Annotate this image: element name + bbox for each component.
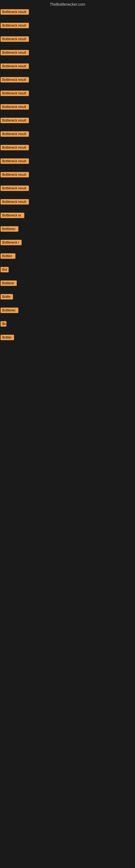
bottleneck-badge[interactable]: Bottlenec (1, 308, 18, 313)
item-spacer (0, 180, 135, 184)
item-spacer (0, 275, 135, 279)
bottleneck-badge[interactable]: Bottlenec (1, 226, 18, 231)
bottleneck-badge[interactable]: Bottleneck result (1, 199, 29, 205)
list-item: Bottlenec (0, 225, 135, 234)
item-spacer (0, 261, 135, 266)
item-spacer (0, 152, 135, 157)
list-item: Bottleneck result (0, 62, 135, 71)
list-item: Bottleneck result (0, 76, 135, 85)
item-spacer (0, 58, 135, 62)
bottleneck-badge[interactable]: Bottleneck result (1, 118, 29, 123)
bottleneck-badge[interactable]: Bottleneck result (1, 91, 29, 96)
bottleneck-badge[interactable]: Bottleneck result (1, 50, 29, 55)
bottleneck-badge[interactable]: Bottlen (1, 253, 15, 259)
site-header: TheBottlenecker.com (0, 0, 135, 8)
list-item: Bottleneck re (0, 212, 135, 220)
item-spacer (0, 234, 135, 239)
item-spacer (0, 247, 135, 252)
list-item: Bottleneck result (0, 90, 135, 98)
item-spacer (0, 30, 135, 35)
bottleneck-badge[interactable]: Bottleneck re (1, 213, 24, 218)
bottleneck-badge[interactable]: Bottleneck result (1, 158, 29, 164)
list-item: Bottlenec (0, 307, 135, 315)
item-spacer (0, 207, 135, 212)
item-spacer (0, 220, 135, 225)
bottleneck-badge[interactable]: Bottleneck result (1, 145, 29, 150)
bottleneck-badge[interactable]: Bottleneck result (1, 131, 29, 137)
list-item: Bottleneck r (0, 239, 135, 247)
item-spacer (0, 342, 135, 347)
bottleneck-badge[interactable]: Bottleneck result (1, 172, 29, 177)
list-item: Bottleneck result (0, 198, 135, 207)
bottleneck-badge[interactable]: Bottlene (1, 280, 17, 286)
bottleneck-badge[interactable]: Bottleneck result (1, 36, 29, 42)
bottleneck-badge[interactable]: Bottleneck result (1, 23, 29, 28)
list-item: Bottleneck result (0, 157, 135, 166)
list-item: Bottleneck result (0, 22, 135, 30)
list-item: Bot (0, 266, 135, 275)
item-spacer (0, 85, 135, 90)
bottleneck-badge[interactable]: Bo (1, 321, 6, 327)
bottleneck-badge[interactable]: Bottleneck result (1, 77, 29, 83)
list-item: Bottleneck result (0, 144, 135, 152)
list-item: Bottleneck result (0, 103, 135, 112)
list-item: Bottleneck result (0, 8, 135, 17)
item-spacer (0, 98, 135, 103)
list-item: Bottlen (0, 252, 135, 261)
list-item: Bottleneck result (0, 49, 135, 58)
list-item: Bo (0, 320, 135, 329)
item-spacer (0, 44, 135, 49)
list-item: Bottlene (0, 279, 135, 288)
item-spacer (0, 288, 135, 293)
bottleneck-badge[interactable]: Bottleneck r (1, 240, 21, 245)
list-item: Bottleneck result (0, 35, 135, 44)
bottleneck-badge[interactable]: Bottleneck result (1, 9, 29, 14)
bottleneck-badge[interactable]: Bot (1, 267, 9, 272)
item-spacer (0, 329, 135, 334)
bottleneck-badge[interactable]: Bottle (1, 294, 13, 300)
bottleneck-badge[interactable]: Bottleneck result (1, 63, 29, 69)
list-item: Bottleneck result (0, 130, 135, 139)
item-spacer (0, 125, 135, 130)
item-spacer (0, 302, 135, 307)
bottleneck-badge[interactable]: Bottleneck result (1, 186, 29, 191)
item-spacer (0, 166, 135, 171)
list-item: Bottle (0, 293, 135, 302)
list-item: Bottleneck result (0, 171, 135, 180)
item-spacer (0, 139, 135, 144)
list-item: Bottleneck result (0, 184, 135, 193)
item-spacer (0, 193, 135, 198)
bottleneck-badge[interactable]: Bottleneck result (1, 104, 29, 110)
list-item: Bottleneck result (0, 117, 135, 125)
items-container: Bottleneck resultBottleneck resultBottle… (0, 8, 135, 348)
item-spacer (0, 315, 135, 320)
bottleneck-badge[interactable]: Bottler (1, 335, 14, 340)
site-title: TheBottlenecker.com (50, 2, 85, 6)
item-spacer (0, 112, 135, 117)
item-spacer (0, 17, 135, 22)
item-spacer (0, 71, 135, 76)
list-item: Bottler (0, 334, 135, 342)
